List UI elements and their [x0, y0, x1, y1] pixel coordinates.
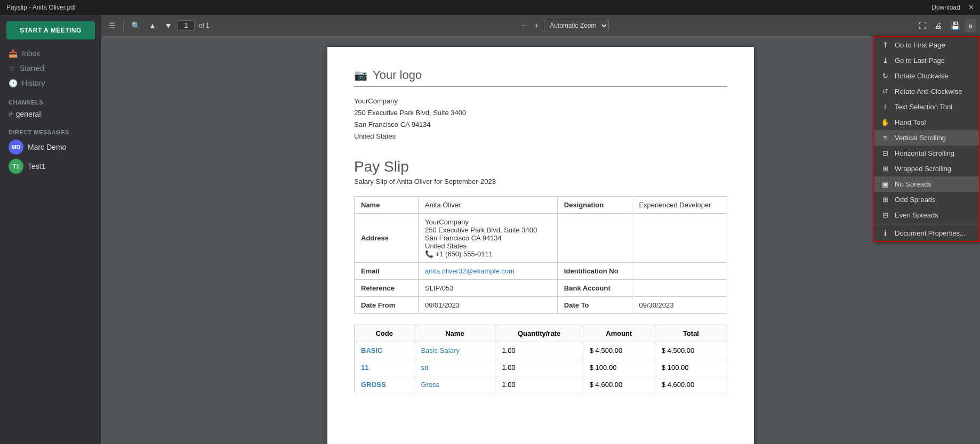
sidebar-item-inbox[interactable]: 📥 Inbox: [0, 46, 101, 61]
dropdown-text-select[interactable]: I Text Selection Tool: [874, 99, 979, 115]
horizontal-scroll-icon: ⊟: [881, 149, 889, 157]
dropdown-doc-props[interactable]: ℹ Document Properties...: [874, 225, 979, 241]
pdf-content[interactable]: 📷 Your logo YourCompany 250 Executive Pa…: [101, 36, 980, 444]
dropdown-no-spreads[interactable]: ▣ No Spreads: [874, 176, 979, 192]
email-label: Email: [355, 263, 419, 280]
dropdown-go-first[interactable]: ⤒ Go to First Page: [874, 37, 979, 53]
even-spreads-icon: ⊟: [881, 211, 889, 219]
header-divider: [354, 86, 727, 87]
bank-label: Bank Account: [557, 280, 632, 297]
sidebar-dm-test1[interactable]: T1 Test1: [0, 157, 101, 176]
col-name: Name: [414, 325, 495, 342]
dropdown-hand-tool[interactable]: ✋ Hand Tool: [874, 115, 979, 130]
rotate-cw-label: Rotate Clockwise: [895, 72, 948, 80]
page-total-label: of 1: [199, 22, 210, 29]
cell-name: sd: [414, 359, 495, 376]
page-number-input[interactable]: 1: [178, 20, 195, 31]
designation-label: Designation: [557, 197, 632, 214]
sidebar-item-starred[interactable]: ☆ Starred: [0, 61, 101, 76]
salary-table-body: BASIC Basic Salary 1.00 $ 4,500.00 $ 4,5…: [355, 342, 727, 393]
dropdown-wrapped-scroll[interactable]: ⊞ Wrapped Scrolling: [874, 161, 979, 176]
star-icon: ☆: [9, 64, 15, 72]
address-street: 250 Executive Park Blvd, Suite 3400: [425, 226, 551, 234]
company-address2: San Francisco CA 94134: [354, 119, 727, 131]
cell-name: Gross: [414, 376, 495, 393]
wrapped-scroll-icon: ⊞: [881, 165, 889, 173]
sidebar-dm-marc[interactable]: MD Marc Demo: [0, 138, 101, 157]
dropdown-horizontal-scroll[interactable]: ⊟ Horizontal Scrolling: [874, 146, 979, 161]
dropdown-odd-spreads[interactable]: ⊞ Odd Spreads: [874, 192, 979, 207]
channels-header: CHANNELS: [0, 91, 101, 108]
sidebar-starred-label: Starred: [20, 64, 44, 72]
designation-value: Experienced Developer: [632, 197, 727, 214]
address-country: United States: [425, 242, 551, 250]
find-button[interactable]: 🔍: [128, 19, 143, 32]
rotate-cw-icon: ↻: [881, 72, 889, 80]
toggle-sidebar-button[interactable]: ☰: [106, 19, 119, 32]
company-name: YourCompany: [354, 95, 727, 107]
avatar-marc: MD: [9, 140, 23, 155]
no-spreads-icon: ▣: [881, 180, 889, 188]
table-row: Date From 09/01/2023 Date To 09/30/2023: [355, 297, 727, 314]
dropdown-rotate-ccw[interactable]: ↺ Rotate Anti-Clockwise: [874, 84, 979, 99]
close-button[interactable]: ×: [969, 3, 974, 12]
cell-code: 11: [355, 359, 414, 376]
cell-amount: $ 4,600.00: [583, 376, 655, 393]
cell-code: BASIC: [355, 342, 414, 359]
dropdown-rotate-cw[interactable]: ↻ Rotate Clockwise: [874, 68, 979, 84]
odd-spreads-icon: ⊞: [881, 196, 889, 204]
rotate-ccw-label: Rotate Anti-Clockwise: [895, 87, 962, 95]
save-button[interactable]: 💾: [947, 19, 963, 32]
go-first-icon: ⤒: [881, 41, 889, 49]
email-value: anita.oliver32@example.com: [419, 263, 558, 280]
titlebar: Payslip - Anita Oliver.pdf Download ×: [0, 0, 980, 15]
name-label: Name: [355, 197, 419, 214]
table-row: Email anita.oliver32@example.com Identif…: [355, 263, 727, 280]
hand-tool-label: Hand Tool: [895, 118, 926, 126]
dropdown-vertical-scroll[interactable]: ≡ Vertical Scrolling: [874, 130, 979, 146]
odd-spreads-label: Odd Spreads: [895, 196, 936, 204]
company-info: YourCompany 250 Executive Park Blvd, Sui…: [354, 95, 727, 142]
zoom-in-button[interactable]: +: [531, 19, 542, 32]
cell-code: GROSS: [355, 376, 414, 393]
cell-total: $ 4,600.00: [655, 376, 727, 393]
start-meeting-button[interactable]: START A MEETING: [6, 21, 95, 39]
titlebar-right: Download ×: [931, 3, 974, 12]
vertical-scroll-label: Vertical Scrolling: [895, 134, 946, 142]
sidebar-channel-general[interactable]: # general: [0, 108, 101, 120]
dropdown-go-last[interactable]: ⤓ Go to Last Page: [874, 53, 979, 68]
salary-table-row: 11 sd 1.00 $ 100.00 $ 100.00: [355, 359, 727, 376]
next-page-button[interactable]: ▼: [162, 19, 175, 32]
wrapped-scroll-label: Wrapped Scrolling: [895, 165, 951, 173]
col-qty: Quantity/rate: [495, 325, 583, 342]
sidebar-history-label: History: [22, 79, 45, 87]
download-button[interactable]: Download: [931, 4, 960, 11]
col-code: Code: [355, 325, 414, 342]
table-row: Reference SLIP/053 Bank Account: [355, 280, 727, 297]
doc-props-label: Document Properties...: [895, 229, 966, 237]
fullscreen-button[interactable]: ⛶: [915, 19, 929, 32]
prev-page-button[interactable]: ▲: [146, 19, 159, 32]
sidebar-item-history[interactable]: 🕐 History: [0, 76, 101, 91]
dropdown-divider: [874, 224, 979, 224]
company-country: United States: [354, 131, 727, 142]
titlebar-title-text: Payslip - Anita Oliver.pdf: [6, 4, 76, 11]
cell-total: $ 100.00: [655, 359, 727, 376]
no-spreads-label: No Spreads: [895, 180, 931, 188]
dropdown-even-spreads[interactable]: ⊟ Even Spreads: [874, 207, 979, 223]
id-label: Identification No: [557, 263, 632, 280]
dm-test1-label: Test1: [28, 162, 45, 171]
hash-icon: #: [9, 110, 13, 118]
reference-value: SLIP/053: [419, 280, 558, 297]
email-link[interactable]: anita.oliver32@example.com: [425, 267, 515, 275]
print-button[interactable]: 🖨: [931, 19, 945, 32]
zoom-select[interactable]: Automatic Zoom 50% 75% 100% 125%: [544, 20, 609, 31]
payslip-title: Pay Slip: [354, 158, 727, 175]
address-city: San Francisco CA 94134: [425, 234, 551, 242]
doc-props-icon: ℹ: [881, 229, 889, 237]
sidebar: START A MEETING 📥 Inbox ☆ Starred 🕐 Hist…: [0, 15, 101, 444]
col-total: Total: [655, 325, 727, 342]
zoom-out-button[interactable]: −: [518, 19, 529, 32]
inbox-icon: 📥: [9, 49, 18, 58]
more-tools-button[interactable]: »: [965, 19, 976, 32]
